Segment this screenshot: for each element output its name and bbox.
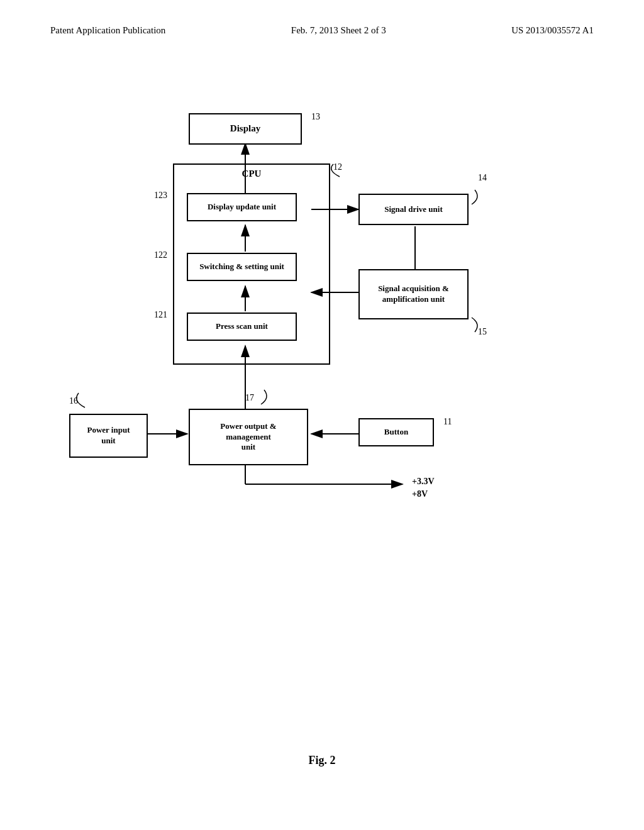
switching-setting-label: Switching & setting unit	[199, 262, 284, 272]
signal-acq-bracket	[469, 314, 487, 333]
display-label: Display	[230, 123, 260, 135]
display-ref: 13	[311, 112, 320, 122]
signal-drive-label: Signal drive unit	[384, 204, 442, 215]
power-output-box: Power output & management unit	[189, 409, 308, 465]
button-box: Button	[358, 418, 434, 446]
press-scan-label: Press scan unit	[216, 321, 268, 332]
switching-setting-box: Switching & setting unit	[187, 253, 297, 281]
cpu-bracket	[324, 161, 343, 180]
signal-drive-box: Signal drive unit	[358, 194, 469, 225]
power-output-label: Power output & management unit	[220, 421, 276, 453]
display-update-ref: 123	[154, 191, 167, 201]
power-input-bracket	[69, 390, 88, 409]
signal-acq-label: Signal acquisition & amplification unit	[378, 284, 449, 305]
voltage-8v: +8V	[412, 489, 428, 499]
power-input-label: Power input unit	[87, 425, 130, 446]
display-update-label: Display update unit	[208, 202, 276, 213]
signal-drive-bracket	[469, 189, 487, 208]
power-input-box: Power input unit	[69, 414, 148, 458]
signal-acq-box: Signal acquisition & amplification unit	[358, 269, 469, 319]
diagram: Display 13 CPU Display update unit Switc…	[50, 101, 594, 704]
header-right: US 2013/0035572 A1	[511, 25, 594, 36]
press-scan-ref: 121	[154, 310, 167, 320]
cpu-label: CPU	[242, 169, 262, 179]
button-label: Button	[384, 427, 408, 438]
display-update-box: Display update unit	[187, 193, 297, 221]
button-ref: 11	[443, 417, 452, 427]
signal-drive-ref: 14	[478, 173, 487, 183]
press-scan-box: Press scan unit	[187, 313, 297, 341]
header-center: Feb. 7, 2013 Sheet 2 of 3	[291, 25, 386, 36]
display-box: Display	[189, 113, 302, 145]
power-output-ref: 17	[245, 393, 254, 403]
power-output-bracket	[258, 387, 277, 406]
page: Patent Application Publication Feb. 7, 2…	[0, 0, 644, 830]
fig-label: Fig. 2	[0, 754, 644, 767]
page-header: Patent Application Publication Feb. 7, 2…	[0, 25, 644, 36]
switching-setting-ref: 122	[154, 250, 167, 260]
voltage-33v: +3.3V	[412, 477, 435, 487]
cpu-outer-box: CPU Display update unit Switching & sett…	[173, 163, 330, 365]
header-left: Patent Application Publication	[50, 25, 165, 36]
